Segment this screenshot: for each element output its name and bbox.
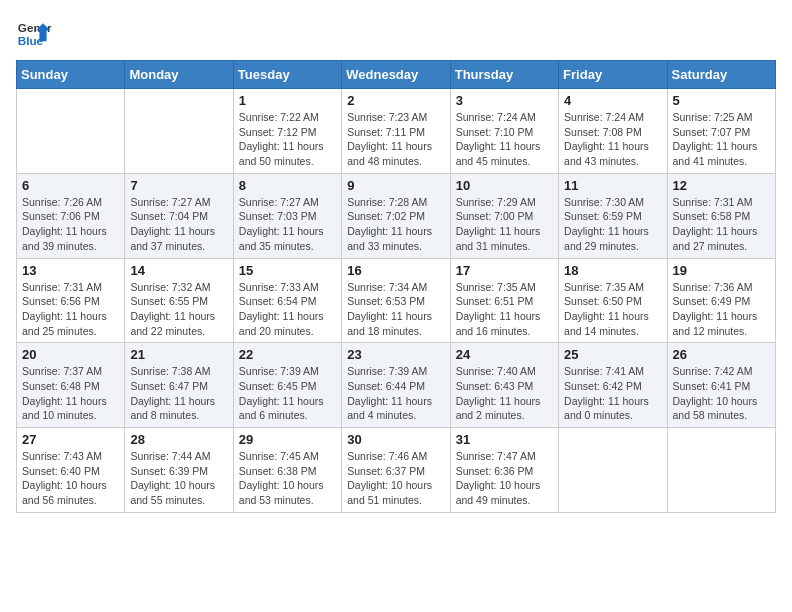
calendar-cell	[559, 428, 667, 513]
day-number: 28	[130, 432, 227, 447]
page-header: General Blue	[16, 16, 776, 52]
day-number: 18	[564, 263, 661, 278]
day-number: 31	[456, 432, 553, 447]
day-info: Sunrise: 7:30 AM Sunset: 6:59 PM Dayligh…	[564, 195, 661, 254]
calendar-cell: 17Sunrise: 7:35 AM Sunset: 6:51 PM Dayli…	[450, 258, 558, 343]
day-info: Sunrise: 7:33 AM Sunset: 6:54 PM Dayligh…	[239, 280, 336, 339]
day-info: Sunrise: 7:36 AM Sunset: 6:49 PM Dayligh…	[673, 280, 770, 339]
day-number: 14	[130, 263, 227, 278]
calendar-week-row: 20Sunrise: 7:37 AM Sunset: 6:48 PM Dayli…	[17, 343, 776, 428]
weekday-header: Monday	[125, 61, 233, 89]
day-info: Sunrise: 7:41 AM Sunset: 6:42 PM Dayligh…	[564, 364, 661, 423]
day-info: Sunrise: 7:31 AM Sunset: 6:56 PM Dayligh…	[22, 280, 119, 339]
day-info: Sunrise: 7:43 AM Sunset: 6:40 PM Dayligh…	[22, 449, 119, 508]
calendar-cell: 3Sunrise: 7:24 AM Sunset: 7:10 PM Daylig…	[450, 89, 558, 174]
day-number: 22	[239, 347, 336, 362]
calendar-cell	[667, 428, 775, 513]
calendar-cell: 18Sunrise: 7:35 AM Sunset: 6:50 PM Dayli…	[559, 258, 667, 343]
day-number: 9	[347, 178, 444, 193]
day-number: 24	[456, 347, 553, 362]
day-number: 12	[673, 178, 770, 193]
day-number: 19	[673, 263, 770, 278]
calendar-week-row: 1Sunrise: 7:22 AM Sunset: 7:12 PM Daylig…	[17, 89, 776, 174]
logo-icon: General Blue	[16, 16, 52, 52]
weekday-header: Saturday	[667, 61, 775, 89]
day-number: 16	[347, 263, 444, 278]
day-number: 2	[347, 93, 444, 108]
day-number: 8	[239, 178, 336, 193]
day-number: 26	[673, 347, 770, 362]
weekday-header: Friday	[559, 61, 667, 89]
calendar-week-row: 13Sunrise: 7:31 AM Sunset: 6:56 PM Dayli…	[17, 258, 776, 343]
day-number: 1	[239, 93, 336, 108]
day-number: 3	[456, 93, 553, 108]
day-info: Sunrise: 7:45 AM Sunset: 6:38 PM Dayligh…	[239, 449, 336, 508]
calendar-cell: 22Sunrise: 7:39 AM Sunset: 6:45 PM Dayli…	[233, 343, 341, 428]
calendar-header-row: SundayMondayTuesdayWednesdayThursdayFrid…	[17, 61, 776, 89]
calendar-cell: 5Sunrise: 7:25 AM Sunset: 7:07 PM Daylig…	[667, 89, 775, 174]
day-info: Sunrise: 7:37 AM Sunset: 6:48 PM Dayligh…	[22, 364, 119, 423]
day-number: 23	[347, 347, 444, 362]
calendar-cell: 13Sunrise: 7:31 AM Sunset: 6:56 PM Dayli…	[17, 258, 125, 343]
calendar-cell: 29Sunrise: 7:45 AM Sunset: 6:38 PM Dayli…	[233, 428, 341, 513]
calendar-cell: 30Sunrise: 7:46 AM Sunset: 6:37 PM Dayli…	[342, 428, 450, 513]
calendar-cell: 24Sunrise: 7:40 AM Sunset: 6:43 PM Dayli…	[450, 343, 558, 428]
day-info: Sunrise: 7:31 AM Sunset: 6:58 PM Dayligh…	[673, 195, 770, 254]
calendar-cell: 31Sunrise: 7:47 AM Sunset: 6:36 PM Dayli…	[450, 428, 558, 513]
day-info: Sunrise: 7:26 AM Sunset: 7:06 PM Dayligh…	[22, 195, 119, 254]
calendar-cell: 7Sunrise: 7:27 AM Sunset: 7:04 PM Daylig…	[125, 173, 233, 258]
weekday-header: Tuesday	[233, 61, 341, 89]
calendar-cell: 15Sunrise: 7:33 AM Sunset: 6:54 PM Dayli…	[233, 258, 341, 343]
day-number: 17	[456, 263, 553, 278]
logo: General Blue	[16, 16, 52, 52]
day-number: 10	[456, 178, 553, 193]
day-number: 30	[347, 432, 444, 447]
day-info: Sunrise: 7:40 AM Sunset: 6:43 PM Dayligh…	[456, 364, 553, 423]
calendar-cell: 14Sunrise: 7:32 AM Sunset: 6:55 PM Dayli…	[125, 258, 233, 343]
calendar-cell: 4Sunrise: 7:24 AM Sunset: 7:08 PM Daylig…	[559, 89, 667, 174]
day-info: Sunrise: 7:32 AM Sunset: 6:55 PM Dayligh…	[130, 280, 227, 339]
day-info: Sunrise: 7:34 AM Sunset: 6:53 PM Dayligh…	[347, 280, 444, 339]
calendar-cell: 12Sunrise: 7:31 AM Sunset: 6:58 PM Dayli…	[667, 173, 775, 258]
day-number: 11	[564, 178, 661, 193]
day-info: Sunrise: 7:24 AM Sunset: 7:10 PM Dayligh…	[456, 110, 553, 169]
day-info: Sunrise: 7:29 AM Sunset: 7:00 PM Dayligh…	[456, 195, 553, 254]
day-number: 27	[22, 432, 119, 447]
day-number: 6	[22, 178, 119, 193]
day-number: 5	[673, 93, 770, 108]
calendar-cell: 28Sunrise: 7:44 AM Sunset: 6:39 PM Dayli…	[125, 428, 233, 513]
day-info: Sunrise: 7:42 AM Sunset: 6:41 PM Dayligh…	[673, 364, 770, 423]
calendar-cell: 23Sunrise: 7:39 AM Sunset: 6:44 PM Dayli…	[342, 343, 450, 428]
calendar-cell: 1Sunrise: 7:22 AM Sunset: 7:12 PM Daylig…	[233, 89, 341, 174]
calendar-cell: 9Sunrise: 7:28 AM Sunset: 7:02 PM Daylig…	[342, 173, 450, 258]
calendar-cell: 10Sunrise: 7:29 AM Sunset: 7:00 PM Dayli…	[450, 173, 558, 258]
day-info: Sunrise: 7:27 AM Sunset: 7:03 PM Dayligh…	[239, 195, 336, 254]
calendar-cell: 26Sunrise: 7:42 AM Sunset: 6:41 PM Dayli…	[667, 343, 775, 428]
calendar-cell: 19Sunrise: 7:36 AM Sunset: 6:49 PM Dayli…	[667, 258, 775, 343]
calendar-cell: 25Sunrise: 7:41 AM Sunset: 6:42 PM Dayli…	[559, 343, 667, 428]
day-info: Sunrise: 7:23 AM Sunset: 7:11 PM Dayligh…	[347, 110, 444, 169]
day-number: 4	[564, 93, 661, 108]
calendar-week-row: 27Sunrise: 7:43 AM Sunset: 6:40 PM Dayli…	[17, 428, 776, 513]
weekday-header: Sunday	[17, 61, 125, 89]
day-info: Sunrise: 7:46 AM Sunset: 6:37 PM Dayligh…	[347, 449, 444, 508]
calendar-week-row: 6Sunrise: 7:26 AM Sunset: 7:06 PM Daylig…	[17, 173, 776, 258]
day-info: Sunrise: 7:24 AM Sunset: 7:08 PM Dayligh…	[564, 110, 661, 169]
calendar-cell	[125, 89, 233, 174]
calendar-table: SundayMondayTuesdayWednesdayThursdayFrid…	[16, 60, 776, 513]
day-info: Sunrise: 7:38 AM Sunset: 6:47 PM Dayligh…	[130, 364, 227, 423]
day-number: 20	[22, 347, 119, 362]
calendar-cell: 16Sunrise: 7:34 AM Sunset: 6:53 PM Dayli…	[342, 258, 450, 343]
day-info: Sunrise: 7:39 AM Sunset: 6:45 PM Dayligh…	[239, 364, 336, 423]
day-info: Sunrise: 7:35 AM Sunset: 6:50 PM Dayligh…	[564, 280, 661, 339]
weekday-header: Wednesday	[342, 61, 450, 89]
day-info: Sunrise: 7:44 AM Sunset: 6:39 PM Dayligh…	[130, 449, 227, 508]
day-info: Sunrise: 7:22 AM Sunset: 7:12 PM Dayligh…	[239, 110, 336, 169]
day-number: 29	[239, 432, 336, 447]
calendar-cell: 27Sunrise: 7:43 AM Sunset: 6:40 PM Dayli…	[17, 428, 125, 513]
day-info: Sunrise: 7:28 AM Sunset: 7:02 PM Dayligh…	[347, 195, 444, 254]
calendar-cell	[17, 89, 125, 174]
day-number: 13	[22, 263, 119, 278]
day-info: Sunrise: 7:35 AM Sunset: 6:51 PM Dayligh…	[456, 280, 553, 339]
day-number: 7	[130, 178, 227, 193]
